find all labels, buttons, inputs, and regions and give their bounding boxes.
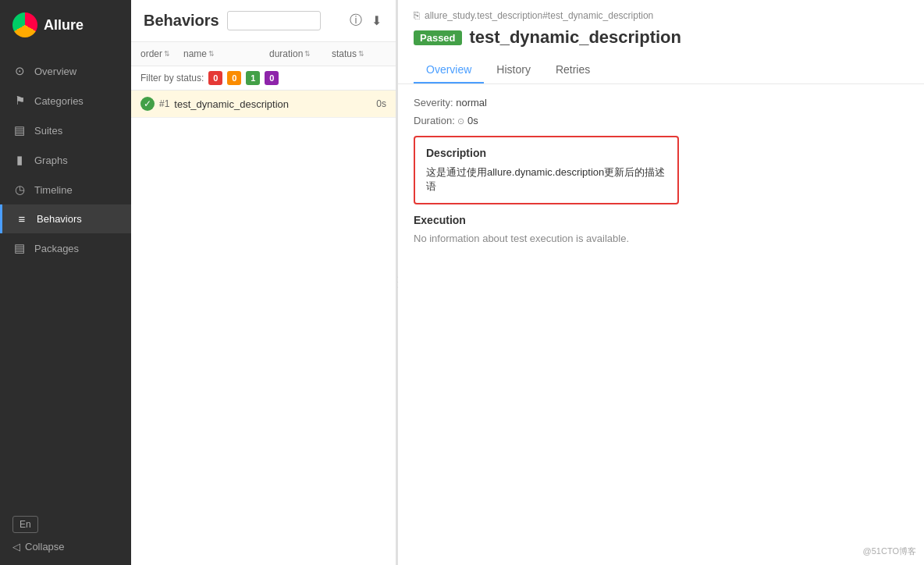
sidebar-item-overview[interactable]: ⊙ Overview [0, 56, 131, 86]
detail-header: ⎘ allure_study.test_description#test_dyn… [398, 0, 924, 84]
copy-icon: ⎘ [414, 9, 420, 21]
col-order-header[interactable]: order ⇅ [140, 48, 183, 59]
collapse-button[interactable]: ◁ Collapse [12, 541, 119, 553]
main-area: Behaviors ⓘ ⬇ order ⇅ name ⇅ duration [131, 0, 924, 565]
detail-title: test_dynamic_description [470, 27, 681, 48]
timeline-icon: ◷ [12, 183, 27, 197]
sidebar-item-graphs-label: Graphs [34, 155, 68, 166]
filter-badge-skipped[interactable]: 0 [265, 71, 279, 85]
search-input[interactable] [227, 11, 321, 30]
duration-row: Duration: ⊙ 0s [414, 115, 908, 126]
description-heading: Description [426, 147, 666, 159]
status-sort-icon: ⇅ [358, 50, 364, 58]
sidebar-item-graphs[interactable]: ▮ Graphs [0, 145, 131, 175]
behaviors-actions: ⓘ ⬇ [348, 11, 383, 30]
behaviors-header: Behaviors ⓘ ⬇ [131, 0, 396, 42]
sidebar-item-timeline[interactable]: ◷ Timeline [0, 175, 131, 204]
tab-history-label: History [496, 63, 531, 76]
tab-retries-label: Retries [556, 63, 590, 76]
sidebar-item-suites-label: Suites [34, 125, 62, 137]
test-duration: 0s [355, 98, 386, 109]
duration-sort-icon: ⇅ [304, 50, 311, 58]
app-logo: Allure [0, 0, 131, 50]
status-label: status [332, 48, 357, 59]
description-text: 这是通过使用allure.dynamic.description更新后的描述语 [426, 165, 666, 194]
name-label: name [183, 48, 207, 59]
behaviors-icon: ≡ [15, 212, 29, 226]
duration-label: Duration: [414, 115, 455, 126]
order-sort-icon: ⇅ [164, 50, 170, 58]
tab-retries[interactable]: Retries [543, 57, 602, 84]
title-line: Passed test_dynamic_description [414, 27, 908, 48]
detail-panel: ⎘ allure_study.test_description#test_dyn… [398, 0, 924, 565]
detail-tabs: Overview History Retries [414, 57, 908, 84]
name-sort-icon: ⇅ [208, 50, 215, 58]
table-header: order ⇅ name ⇅ duration ⇅ status ⇅ [131, 42, 396, 66]
sidebar-item-packages[interactable]: ▤ Packages [0, 233, 131, 263]
sidebar: Allure ⊙ Overview ⚑ Categories ▤ Suites … [0, 0, 131, 565]
duration-label: duration [269, 48, 303, 59]
passed-badge: Passed [414, 30, 462, 45]
sidebar-item-overview-label: Overview [34, 66, 76, 77]
filter-badge-passed[interactable]: 1 [246, 71, 260, 85]
sidebar-item-categories[interactable]: ⚑ Categories [0, 86, 131, 115]
sidebar-item-suites[interactable]: ▤ Suites [0, 115, 131, 145]
col-name-header[interactable]: name ⇅ [183, 48, 269, 59]
severity-label: Severity: [414, 97, 453, 108]
tab-overview[interactable]: Overview [414, 57, 484, 84]
filter-passed-count: 1 [251, 73, 255, 83]
detail-content: Severity: normal Duration: ⊙ 0s Descript… [398, 84, 924, 257]
suites-icon: ▤ [12, 123, 27, 137]
severity-value: normal [456, 97, 487, 108]
filter-label: Filter by status: [140, 73, 204, 84]
sidebar-item-packages-label: Packages [34, 243, 79, 254]
test-name: test_dynamic_description [174, 98, 355, 110]
filter-broken-count: 0 [232, 73, 236, 83]
sidebar-nav: ⊙ Overview ⚑ Categories ▤ Suites ▮ Graph… [0, 50, 131, 503]
filter-badge-broken[interactable]: 0 [227, 71, 241, 85]
behaviors-panel: Behaviors ⓘ ⬇ order ⇅ name ⇅ duration [131, 0, 396, 565]
info-button[interactable]: ⓘ [348, 11, 364, 30]
breadcrumb: ⎘ allure_study.test_description#test_dyn… [414, 9, 908, 21]
download-button[interactable]: ⬇ [370, 11, 383, 30]
sidebar-bottom: En ◁ Collapse [0, 503, 131, 565]
watermark: @51CTO博客 [863, 545, 916, 557]
sidebar-item-behaviors[interactable]: ≡ Behaviors [0, 204, 131, 233]
tab-history[interactable]: History [484, 57, 543, 84]
packages-icon: ▤ [12, 241, 27, 255]
execution-heading: Execution [414, 214, 908, 226]
language-button[interactable]: En [12, 516, 38, 533]
table-row[interactable]: ✓ #1 test_dynamic_description 0s [131, 91, 396, 118]
graphs-icon: ▮ [12, 153, 27, 167]
severity-row: Severity: normal [414, 97, 908, 108]
filter-badge-failed[interactable]: 0 [208, 71, 222, 85]
app-title: Allure [44, 17, 84, 34]
test-passed-icon: ✓ [140, 97, 155, 111]
sidebar-item-timeline-label: Timeline [34, 184, 73, 196]
sidebar-item-behaviors-label: Behaviors [37, 213, 82, 225]
duration-value: 0s [467, 115, 478, 126]
filter-skipped-count: 0 [269, 73, 274, 83]
categories-icon: ⚑ [12, 94, 27, 108]
collapse-label: Collapse [25, 541, 65, 553]
clock-icon: ⊙ [457, 116, 464, 126]
logo-icon [12, 12, 37, 37]
col-status-header[interactable]: status ⇅ [332, 48, 386, 59]
sidebar-item-categories-label: Categories [34, 95, 84, 107]
description-box: Description 这是通过使用allure.dynamic.descrip… [414, 136, 679, 204]
test-number: #1 [159, 98, 169, 109]
breadcrumb-text: allure_study.test_description#test_dynam… [425, 10, 653, 21]
overview-icon: ⊙ [12, 64, 27, 78]
tab-overview-label: Overview [426, 63, 471, 76]
execution-no-info: No information about test execution is a… [414, 233, 908, 244]
behaviors-title: Behaviors [144, 12, 219, 30]
filter-failed-count: 0 [213, 73, 218, 83]
order-label: order [140, 48, 162, 59]
filter-row: Filter by status: 0 0 1 0 [131, 66, 396, 91]
col-duration-header[interactable]: duration ⇅ [269, 48, 332, 59]
collapse-chevron-icon: ◁ [12, 541, 20, 553]
